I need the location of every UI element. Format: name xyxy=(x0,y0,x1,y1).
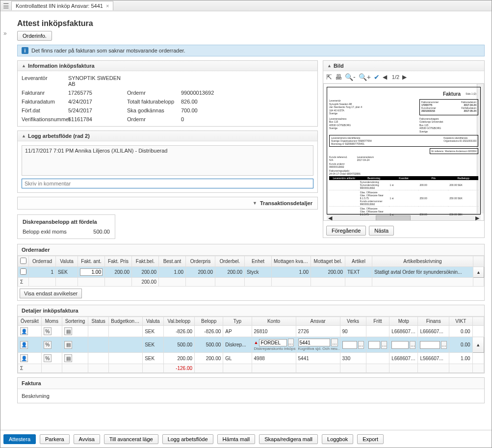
ansvar-input[interactable] xyxy=(298,339,331,346)
konto-input[interactable] xyxy=(259,339,286,346)
sort-icon[interactable]: ▤ xyxy=(64,341,72,349)
label-fakturadatum: Fakturadatum xyxy=(22,99,68,105)
skapa-mall-button[interactable]: Skapa/redigera mall xyxy=(259,434,318,444)
lookup-icon[interactable]: … xyxy=(358,341,364,349)
value-ordernr2[interactable]: 0 xyxy=(181,116,230,122)
overview-icon[interactable]: 👤 xyxy=(20,327,28,335)
invoice-line-table: Leverantörs artikelnrBeskrivningKvantite… xyxy=(329,176,478,221)
image-toolbar: ⇱ 🖶 🔍- 🔍+ ✔ ◀ 1/2 ▶ xyxy=(323,71,484,83)
panel-information-header[interactable]: ▲ Information inköpsfaktura xyxy=(18,61,317,71)
fritt-input[interactable] xyxy=(368,341,381,349)
orderinfo-button[interactable]: Orderinfo. xyxy=(17,31,52,41)
zoom-in-icon[interactable]: 🔍+ xyxy=(359,73,371,81)
row-checkbox[interactable] xyxy=(20,268,26,275)
discrepancy-value: 500.00 xyxy=(93,229,110,235)
bottom-toolbar: Attestera Parkera Avvisa Till avancerat … xyxy=(0,430,492,448)
row-caret-button[interactable]: ▲ xyxy=(473,267,484,278)
info-message-text: Det finns rader på fakturan som saknar m… xyxy=(31,48,185,53)
export-button[interactable]: Export xyxy=(357,434,384,444)
tab-title: Kontrollattest IIN inköp Ansvar: 5441 xyxy=(16,3,103,9)
section-orderrader: Orderrader OrderradValutaFakt. ant.Fakt.… xyxy=(17,244,485,301)
motp-input[interactable] xyxy=(391,341,409,349)
check-icon[interactable]: ✔ xyxy=(374,73,380,81)
transaktionsdetaljer-bar[interactable]: ▼ Transaktionsdetaljer xyxy=(17,197,318,210)
table-row[interactable]: 👤 % ▤ SEK -826.00 -826.00 AP 26810 2726 … xyxy=(18,326,484,337)
lookup-icon[interactable]: … xyxy=(441,341,447,349)
panel-bild: ▲ Bild ⇱ 🖶 🔍- 🔍+ ✔ ◀ 1/2 ▶ xyxy=(323,60,485,238)
app-menu-icon[interactable]: ☰ xyxy=(0,2,11,10)
collapse-icon[interactable]: ▲ xyxy=(22,133,26,138)
value-ska: 700.00 xyxy=(181,107,230,113)
topbar: ☰ Kontrollattest IIN inköp Ansvar: 5441 … xyxy=(0,0,492,11)
prev-page-button[interactable]: Föregående xyxy=(326,226,366,236)
attestera-button[interactable]: Attestera xyxy=(3,434,36,444)
section-faktura: Faktura Beskrivning xyxy=(17,377,485,403)
tab-kontrollattest[interactable]: Kontrollattest IIN inköp Ansvar: 5441 × xyxy=(11,1,113,10)
panel-logg-header[interactable]: ▲ Logg arbetsflöde (rad 2) xyxy=(18,131,317,141)
collapse-icon[interactable]: ▲ xyxy=(22,63,26,68)
export-icon[interactable]: ⇱ xyxy=(326,73,332,81)
value-verif: 51161784 xyxy=(68,116,127,122)
detaljer-header: Detaljer inköpsfaktura xyxy=(18,305,484,316)
doc-title: Faktura xyxy=(443,91,461,97)
table-row[interactable]: 👤 % ▤ SEK 200.00 200.00 GL 4988 5441 330… xyxy=(18,353,484,364)
value-ordernr[interactable]: 99000013692 xyxy=(181,90,230,96)
pager-prev-icon[interactable]: ◀ xyxy=(383,74,387,80)
section-detaljer: Detaljer inköpsfaktura ÖversiktMomsSorte… xyxy=(17,305,485,373)
lookup-icon[interactable]: … xyxy=(288,339,294,346)
pager-next-icon[interactable]: ▶ xyxy=(402,74,407,80)
logg-arbetsflode-button[interactable]: Logg arbetsflöde xyxy=(162,434,213,444)
orderrader-header: Orderrader xyxy=(18,244,484,256)
invoice-preview[interactable]: Faktura Sida 1 (2) Leverantör Synoptik S… xyxy=(323,83,484,221)
lookup-icon[interactable]: … xyxy=(410,341,415,349)
close-icon[interactable]: × xyxy=(106,3,109,9)
label-totalt: Totalt fakturabelopp xyxy=(127,99,181,105)
visa-endast-button[interactable]: Visa endast avvikelser xyxy=(20,289,82,298)
overview-icon[interactable]: 👤 xyxy=(20,341,28,349)
table-row[interactable]: 1 SEK 200.00 200.00 1.00 200.00 200.00 S… xyxy=(18,267,484,278)
hamta-mall-button[interactable]: Hämta mall xyxy=(217,434,256,444)
value-forfdat: 5/24/2017 xyxy=(68,107,127,113)
zoom-out-icon[interactable]: 🔍- xyxy=(345,73,356,81)
next-page-button[interactable]: Nästa xyxy=(369,226,394,236)
print-icon[interactable]: 🖶 xyxy=(335,73,342,81)
doc-page: Sida 1 (2) xyxy=(466,92,476,95)
col-checkbox[interactable] xyxy=(18,256,29,267)
table-row-selected[interactable]: 👤 % ▤ SEK 500.00 500.00 Diskrep... ▲… Di… xyxy=(18,337,484,353)
log-entries: 11/17/2017 7:01 PM Annika Liljeros (XLIL… xyxy=(22,145,313,176)
value-leverantor[interactable]: SYNOPTIK SWEDEN AB xyxy=(68,75,127,87)
sort-icon[interactable]: ▤ xyxy=(64,327,72,335)
moms-icon[interactable]: % xyxy=(44,341,52,349)
moms-icon[interactable]: % xyxy=(44,354,52,362)
avvisa-button[interactable]: Avvisa xyxy=(74,434,100,444)
collapse-icon[interactable]: ▲ xyxy=(327,63,332,68)
scrollbar-horizontal[interactable]: ◀▶ xyxy=(327,214,481,221)
loggbok-button[interactable]: Loggbok xyxy=(322,434,353,444)
overview-icon[interactable]: 👤 xyxy=(20,354,28,362)
row-caret-button[interactable]: ▲ xyxy=(472,337,484,353)
info-message-bar: i Det finns rader på fakturan som saknar… xyxy=(17,45,485,56)
panel-bild-header[interactable]: ▲ Bild xyxy=(323,61,484,71)
lookup-icon[interactable]: … xyxy=(381,341,387,349)
comment-input[interactable] xyxy=(22,179,313,188)
fakt-ant-input[interactable] xyxy=(80,268,103,276)
info-icon: i xyxy=(22,47,28,54)
label-ordernr2: Ordernr xyxy=(127,116,181,122)
lookup-icon[interactable]: … xyxy=(331,339,337,346)
label-ska: Ska godkännas xyxy=(127,107,181,113)
label-fakturanr: Fakturanr xyxy=(22,90,68,96)
expand-icon[interactable]: ▼ xyxy=(253,201,257,206)
value-fakturadatum: 4/24/2017 xyxy=(68,99,127,105)
discrepancy-title: Diskrepansbelopp att fördela xyxy=(23,219,110,225)
parkera-button[interactable]: Parkera xyxy=(40,434,70,444)
avancerat-button[interactable]: Till avancerat läge xyxy=(104,434,158,444)
sort-icon[interactable]: ▤ xyxy=(64,354,72,362)
moms-icon[interactable]: % xyxy=(44,327,52,335)
panel-logg: ▲ Logg arbetsflöde (rad 2) 11/17/2017 7:… xyxy=(17,131,318,193)
expand-sidebar-icon[interactable]: » xyxy=(3,30,7,37)
finans-input[interactable] xyxy=(420,341,440,349)
sum-row: Σ 200.00 xyxy=(18,278,484,287)
faktura-header: Faktura xyxy=(18,378,484,389)
sum-row: Σ -126.00 xyxy=(18,364,484,373)
verks-input[interactable] xyxy=(342,341,357,349)
